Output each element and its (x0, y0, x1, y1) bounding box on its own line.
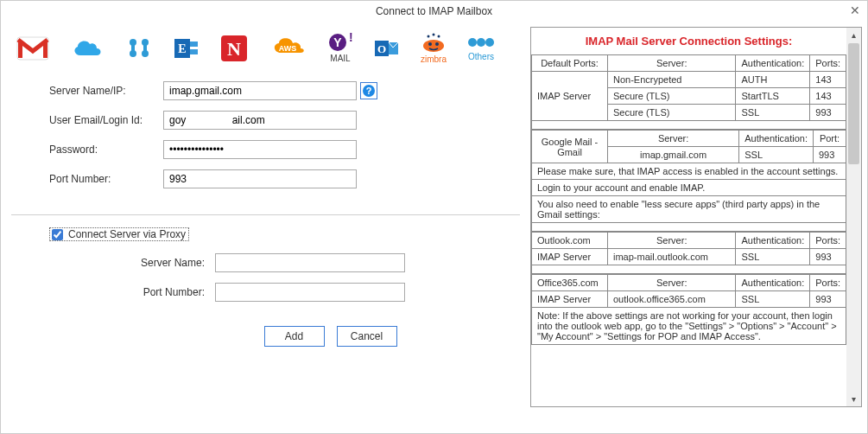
svg-rect-5 (131, 45, 135, 51)
proxy-port-input[interactable] (215, 283, 405, 302)
right-content: IMAP Mail Server Connection Settings: De… (531, 28, 846, 406)
t3-h2: Server: (608, 233, 736, 249)
t4-r1c2: outlook.office365.com (608, 291, 736, 308)
t2-r1c3: SSL (739, 147, 814, 163)
t4-h3: Authentication: (736, 275, 810, 291)
provider-yahoo[interactable]: Y ! MAIL (327, 33, 353, 63)
provider-outlook-app[interactable]: O (374, 35, 400, 61)
svg-text:N: N (227, 38, 241, 60)
provider-groupwise[interactable] (125, 35, 153, 61)
port-input[interactable] (163, 169, 357, 188)
t3-r1c1: IMAP Server (532, 249, 608, 265)
svg-point-25 (438, 35, 440, 38)
svg-rect-9 (190, 41, 198, 47)
t4-h4: Ports: (810, 275, 846, 291)
dots-icon (467, 35, 495, 50)
t3-r1c2: imap-mail.outlook.com (608, 249, 736, 265)
people-icon (125, 35, 153, 61)
t1-r3c3: SSL (736, 105, 810, 121)
t4-note: Note: If the above settings are not work… (532, 308, 846, 345)
t1-r2c4: 143 (810, 88, 846, 105)
t2-h1b: Gmail (557, 147, 582, 157)
svg-point-28 (485, 38, 494, 47)
password-input[interactable] (163, 140, 357, 159)
exchange-icon: E (174, 35, 200, 61)
t2-note1: Please make sure, that IMAP access is en… (532, 163, 846, 180)
provider-aws[interactable]: AWS (269, 35, 307, 61)
scroll-down-icon[interactable]: ▾ (846, 392, 861, 406)
svg-point-26 (468, 38, 477, 47)
gmail-icon (16, 36, 49, 61)
server-input[interactable] (163, 81, 357, 100)
t2-h1a: Google Mail - (542, 137, 598, 147)
right-panel: IMAP Mail Server Connection Settings: De… (530, 27, 862, 407)
svg-text:Y: Y (333, 35, 342, 49)
user-input[interactable] (163, 111, 357, 130)
t2-h2: Server: (608, 131, 739, 147)
svg-point-22 (435, 42, 439, 46)
proxy-checkbox-label[interactable]: Connect Server via Proxy (49, 227, 189, 241)
t3-h1: Outlook.com (532, 233, 608, 249)
t4-h2: Server: (608, 275, 736, 291)
t4-r1c4: 993 (810, 291, 846, 308)
scroll-thumb[interactable] (848, 43, 859, 164)
proxy-form: Server Name: Port Number: (11, 243, 520, 307)
svg-text:AWS: AWS (279, 44, 297, 53)
svg-text:O: O (377, 42, 386, 55)
separator (11, 214, 520, 215)
t1-h2: Server: (608, 55, 736, 72)
proxy-port-label: Port Number: (87, 286, 215, 298)
cancel-button[interactable]: Cancel (337, 326, 397, 347)
provider-zimbra[interactable]: zimbra (421, 32, 447, 64)
t3-r1c4: 993 (810, 249, 846, 265)
close-icon[interactable]: ✕ (850, 3, 860, 17)
t1-r1c3: AUTH (736, 72, 810, 88)
svg-text:E: E (178, 42, 186, 55)
proxy-server-input[interactable] (215, 253, 405, 272)
provider-nylas[interactable]: N (220, 35, 248, 62)
provider-icons: E N AWS Y ! (11, 29, 520, 76)
table-office365: Office365.com Server: Authentication: Po… (531, 274, 846, 345)
t3-h3: Authentication: (736, 233, 810, 249)
t4-h1: Office365.com (532, 275, 608, 291)
svg-rect-6 (143, 45, 147, 51)
port-label: Port Number: (49, 173, 163, 185)
cloud-icon (70, 36, 105, 61)
t1-h4: Ports: (810, 55, 846, 72)
svg-point-1 (130, 39, 136, 46)
scrollbar[interactable]: ▴ ▾ (846, 28, 861, 406)
svg-point-4 (142, 50, 149, 57)
t1-r2c2: Secure (TLS) (608, 88, 736, 105)
password-label: Password: (49, 144, 163, 156)
t2-h3: Authentication: (739, 131, 814, 147)
add-button[interactable]: Add (264, 326, 325, 347)
t1-r2c3: StartTLS (736, 88, 810, 105)
provider-yahoo-label: MAIL (330, 54, 350, 63)
scroll-up-icon[interactable]: ▴ (846, 28, 861, 42)
t1-r1c2: Non-Encrypeted (608, 72, 736, 88)
outlook-icon: O (374, 35, 400, 61)
t2-h4: Port: (814, 131, 846, 147)
provider-others-label: Others (468, 52, 494, 61)
provider-gmail[interactable] (16, 36, 49, 61)
t1-h3: Authentication: (736, 55, 810, 72)
n-icon: N (220, 35, 248, 62)
proxy-checkbox[interactable] (52, 229, 63, 240)
svg-rect-10 (190, 49, 198, 54)
aws-icon: AWS (269, 35, 307, 61)
table-default-ports: Default Ports: Server: Authentication: P… (531, 54, 846, 130)
t2-note2: Login to your account and enable IMAP. (532, 180, 846, 196)
left-panel: E N AWS Y ! (1, 22, 530, 433)
provider-exchange[interactable]: E (174, 35, 200, 61)
help-icon[interactable]: ? (360, 82, 377, 99)
provider-others[interactable]: Others (467, 35, 495, 61)
server-label: Server Name/IP: (49, 85, 163, 97)
svg-point-21 (428, 42, 432, 46)
provider-icloud[interactable] (70, 36, 105, 61)
svg-point-23 (428, 35, 430, 38)
svg-text:?: ? (366, 86, 372, 96)
right-title: IMAP Mail Server Connection Settings: (531, 28, 846, 54)
provider-zimbra-label: zimbra (421, 54, 447, 64)
svg-point-27 (477, 38, 485, 47)
t4-r1c3: SSL (736, 291, 810, 308)
